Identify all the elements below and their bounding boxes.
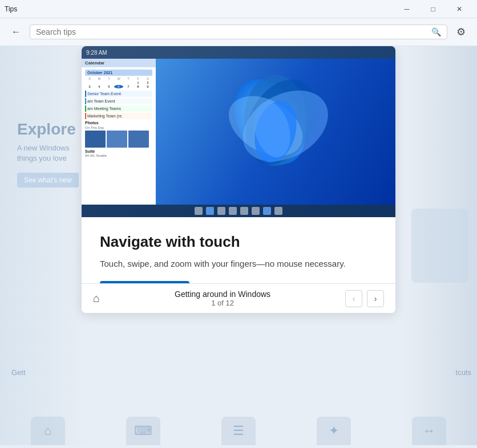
cal-day: M: [95, 77, 104, 80]
event-item: am Meeting Teams: [85, 105, 152, 112]
win-time: 9:28 AM: [86, 50, 107, 56]
title-bar: Tips ─ □ ✕: [0, 0, 477, 18]
taskbar-icon: [252, 207, 260, 215]
photo-thumb: [85, 131, 106, 148]
window-title: Tips: [5, 5, 17, 13]
decor-icon-1: ⌂: [31, 417, 65, 445]
cal-day: W: [114, 77, 123, 80]
nav-title: Getting around in Windows: [175, 290, 270, 299]
search-icon: 🔍: [431, 27, 441, 36]
decor-icon-3: ☰: [221, 417, 256, 445]
card-title: Navigate with touch: [100, 233, 377, 251]
taskbar-icon: [274, 207, 282, 215]
suite-label: Suite: [85, 149, 152, 153]
bottom-navigation: ⌂ Getting around in Windows 1 of 12 ‹ ›: [82, 283, 395, 313]
taskbar-icon: [217, 207, 225, 215]
prev-button[interactable]: ‹: [345, 290, 362, 307]
windows-screenshot: 9:28 AM Calendar October 2021 S M T W T …: [82, 46, 395, 217]
decor-icon-2: ⌨: [126, 417, 160, 445]
taskbar-icon-active: [263, 207, 271, 215]
card-description: Touch, swipe, and zoom with your fingers…: [100, 258, 377, 270]
on-this-day: On This Day: [85, 126, 152, 129]
cal-day: F: [134, 77, 143, 80]
decor-icon-5: ↔: [412, 417, 446, 445]
win-top-bar: 9:28 AM: [82, 46, 395, 59]
cal-day: S: [85, 77, 94, 80]
minimize-button[interactable]: ─: [394, 0, 420, 18]
photo-thumb: [128, 131, 149, 148]
taskbar-icon: [229, 207, 237, 215]
nav-page-label: 1 of 12: [175, 299, 270, 307]
gear-icon: ⚙: [456, 26, 466, 38]
back-button[interactable]: ←: [7, 23, 25, 41]
bg-explore-desc: A new Windows things you love: [17, 143, 91, 164]
taskbar-icon-active: [206, 207, 214, 215]
decor-icon-4: ✦: [317, 417, 351, 445]
win-flower-background: [156, 59, 395, 205]
background-left-text: Explore A new Windows things you love Se…: [17, 120, 91, 188]
bottom-decorative-row: ⌂ ⌨ ☰ ✦ ↔: [0, 417, 477, 445]
photo-thumb: [107, 131, 127, 148]
background-right: [403, 46, 477, 445]
device-illustration: [411, 209, 468, 283]
taskbar-icon: [240, 207, 248, 215]
main-content: Explore A new Windows things you love Se…: [0, 46, 477, 445]
win-panels: Calendar October 2021 S M T W T F S: [82, 59, 156, 205]
close-button[interactable]: ✕: [446, 0, 472, 18]
event-item: Marketing Team (re.: [85, 113, 152, 119]
event-item: Senior Team Event: [85, 91, 152, 97]
cal-day: S: [143, 77, 152, 80]
center-card: 9:28 AM Calendar October 2021 S M T W T …: [82, 46, 395, 313]
bg-bottom-left-label: Gett: [11, 368, 26, 377]
event-item: am Team Event: [85, 98, 152, 104]
toolbar: ← 🔍 ⚙: [0, 18, 477, 46]
cal-day: T: [104, 77, 114, 80]
search-input[interactable]: [36, 27, 431, 36]
title-bar-left: Tips: [5, 5, 17, 13]
location-label: 9A-90, Seattle: [85, 154, 152, 157]
photos-header: Photos: [85, 121, 152, 125]
maximize-button[interactable]: □: [420, 0, 446, 18]
home-icon[interactable]: ⌂: [93, 292, 100, 305]
bg-explore-title: Explore: [17, 120, 91, 139]
search-bar: 🔍: [30, 25, 447, 39]
cal-day: T: [124, 77, 133, 80]
nav-center: Getting around in Windows 1 of 12: [175, 290, 270, 307]
bg-bottom-right-label: tcuts: [456, 368, 471, 377]
win-panel-header: Calendar: [82, 59, 156, 67]
nav-arrows: ‹ ›: [345, 290, 384, 307]
settings-button[interactable]: ⚙: [452, 23, 470, 41]
calendar-month: October 2021: [85, 70, 152, 76]
window-controls: ─ □ ✕: [394, 0, 472, 18]
bg-see-whats-new-button[interactable]: See what's new: [17, 173, 79, 188]
background-left: [0, 46, 91, 445]
win11-logo-svg: [219, 69, 333, 194]
next-button[interactable]: ›: [367, 290, 384, 307]
taskbar-icon: [195, 207, 203, 215]
win-bottom-taskbar: [82, 205, 395, 217]
